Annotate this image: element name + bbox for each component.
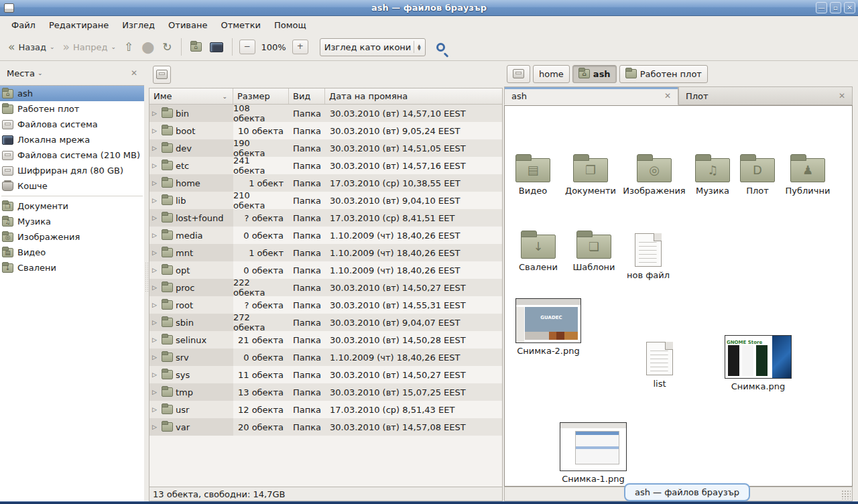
expander-icon[interactable]: ▷ [152,162,159,169]
table-row[interactable]: ▷ etc 241 обекта Папка 30.03.2010 (вт) 1… [149,157,502,174]
zoom-in-button[interactable]: + [292,40,308,54]
table-row[interactable]: ▷ media 0 обекта Папка 1.10.2009 (чт) 18… [149,227,502,244]
file-item-list[interactable]: list [637,342,682,389]
sidebar-item-Файлова система[interactable]: Файлова система [0,117,144,132]
table-row[interactable]: ▷ sys 11 обекта Папка 30.03.2010 (вт) 14… [149,366,502,383]
table-row[interactable]: ▷ root ? обекта Папка 30.03.2010 (вт) 14… [149,296,502,314]
menu-item-Помощ[interactable]: Помощ [268,17,312,33]
table-row[interactable]: ▷ usr 12 обекта Папка 17.03.2010 (ср) 8,… [149,401,502,418]
forward-button[interactable]: » Напред ⌄ [59,39,120,56]
sidebar-close-icon[interactable]: ✕ [131,68,137,78]
breadcrumb-ash[interactable]: ⌂ ash [572,65,617,83]
minimize-button[interactable]: — [816,2,827,13]
file-item-templates[interactable]: ❏ Шаблони [565,235,623,273]
sidebar-item-Изображения[interactable]: ◎ Изображения [0,229,144,245]
expander-icon[interactable]: ▷ [152,389,159,395]
table-row[interactable]: ▷ srv 0 обекта Папка 1.10.2009 (чт) 18,4… [149,349,502,366]
reload-button[interactable]: ↻ [158,39,176,56]
table-row[interactable]: ▷ lib 210 обекта Папка 30.03.2010 (вт) 9… [149,192,502,209]
back-button[interactable]: « Назад ⌄ [4,39,59,56]
sidebar-item-Работен плот[interactable]: Работен плот [0,101,144,117]
expander-icon[interactable]: ▷ [152,232,159,239]
menu-item-Изглед[interactable]: Изглед [116,17,161,33]
table-row[interactable]: ▷ tmp 13 обекта Папка 30.03.2010 (вт) 15… [149,383,502,401]
menu-item-Файл[interactable]: Файл [5,17,42,33]
tab-ash[interactable]: ash ✕ [504,86,678,105]
column-header-name[interactable]: Име ⌄ [149,88,233,104]
search-icon[interactable] [436,43,445,52]
sidebar-item-Документи[interactable]: ❐ Документи [0,198,144,214]
file-item-snimka1[interactable]: Снимка-1.png [558,422,628,485]
column-header-type[interactable]: Вид [289,88,325,104]
back-dropdown-icon[interactable]: ⌄ [50,44,55,50]
sidebar-item-Локална мрежа[interactable]: Локална мрежа [0,132,144,147]
forward-dropdown-icon[interactable]: ⌄ [111,44,116,50]
breadcrumb-root[interactable] [507,65,530,83]
menu-item-Отметки[interactable]: Отметки [214,17,266,33]
table-row[interactable]: ▷ boot 10 обекта Папка 30.03.2010 (вт) 9… [149,122,502,139]
expander-icon[interactable]: ▷ [152,249,159,256]
expander-icon[interactable]: ▷ [152,127,159,134]
menu-item-Редактиране[interactable]: Редактиране [43,17,115,33]
menu-item-Отиване[interactable]: Отиване [162,17,213,33]
home-button[interactable]: ⌂ [186,40,206,54]
file-item-video[interactable]: ▤ Видео [506,158,560,196]
computer-button[interactable] [206,40,227,55]
column-header-date[interactable]: Дата на промяна [325,88,502,104]
sidebar-item-Свалени[interactable]: ↓ Свалени [0,260,144,275]
sidebar-item-ash[interactable]: ⌂ ash [0,86,144,101]
file-item-pictures[interactable]: ◎ Изображения [623,158,686,196]
table-row[interactable]: ▷ dev 190 обекта Папка 30.03.2010 (вт) 1… [149,139,502,157]
up-button[interactable]: ⇧ [120,39,137,56]
table-row[interactable]: ▷ opt 0 обекта Папка 1.10.2009 (чт) 18,4… [149,261,502,279]
expander-icon[interactable]: ▷ [152,110,159,117]
file-item-music[interactable]: ♫ Музика [684,158,741,196]
close-button[interactable]: ✕ [844,2,855,13]
table-row[interactable]: ▷ selinux 21 обекта Папка 30.03.2010 (вт… [149,331,502,349]
breadcrumb-home[interactable]: home [533,65,570,83]
view-mode-select[interactable]: Изглед като икони ▲▼ [320,38,426,56]
file-item-documents[interactable]: ❐ Документи [560,158,621,196]
file-item-desktop[interactable]: D Плот [734,158,781,196]
table-row[interactable]: ▷ bin 108 обекта Папка 30.03.2010 (вт) 1… [149,105,502,122]
table-row[interactable]: ▷ home 1 обект Папка 17.03.2010 (ср) 10,… [149,174,502,192]
column-header-size[interactable]: Размер [233,88,289,104]
sidebar-title-dropdown[interactable]: Места ⌄ [7,68,42,78]
expander-icon[interactable]: ▷ [152,197,159,204]
expander-icon[interactable]: ▷ [152,336,159,343]
stop-button[interactable]: ⬤ [137,39,158,56]
file-item-snimka2[interactable]: Снимка-2.png [514,298,583,357]
tab-close-icon[interactable]: ✕ [664,91,671,101]
file-item-public[interactable]: ♟ Публични [778,158,837,196]
maximize-button[interactable]: ▫ [830,2,841,13]
table-row[interactable]: ▷ var 20 обекта Папка 30.03.2010 (вт) 14… [149,418,502,436]
expander-icon[interactable]: ▷ [152,267,159,273]
tab-close-icon[interactable]: ✕ [839,91,845,101]
titlebar[interactable]: ash — файлов браузър — ▫ ✕ [0,0,858,16]
zoom-out-button[interactable]: − [239,40,255,54]
sidebar-item-Файлова система (210 MB)[interactable]: Файлова система (210 MB) [0,147,144,163]
expander-icon[interactable]: ▷ [152,145,159,151]
table-row[interactable]: ▷ sbin 272 обекта Папка 30.03.2010 (вт) … [149,314,502,331]
expander-icon[interactable]: ▷ [152,424,159,430]
file-item-downloads[interactable]: ↓ Свалени [510,235,566,273]
expander-icon[interactable]: ▷ [152,180,159,186]
tab-Плот[interactable]: Плот ✕ [678,86,853,105]
expander-icon[interactable]: ▷ [152,354,159,361]
sidebar-item-Видео[interactable]: ▤ Видео [0,245,144,260]
expander-icon[interactable]: ▷ [152,319,159,326]
expander-icon[interactable]: ▷ [152,371,159,378]
expander-icon[interactable]: ▷ [152,214,159,221]
root-crumb-button[interactable] [153,66,171,84]
expander-icon[interactable]: ▷ [152,406,159,413]
pane-splitter[interactable] [144,61,149,501]
sidebar-item-Музика[interactable]: ♫ Музика [0,214,144,229]
table-row[interactable]: ▷ proc 222 обекта Папка 30.03.2010 (вт) … [149,279,502,296]
table-row[interactable]: ▷ lost+found ? обекта Папка 17.03.2010 (… [149,209,502,227]
expander-icon[interactable]: ▷ [152,284,159,291]
table-row[interactable]: ▷ mnt 1 обект Папка 1.10.2009 (чт) 18,40… [149,244,502,261]
expander-icon[interactable]: ▷ [152,302,159,308]
file-item-newfile[interactable]: нов файл [623,233,674,281]
breadcrumb-desktop[interactable]: Работен плот [619,65,708,83]
file-item-snimka[interactable]: Снимка.png [723,335,793,392]
